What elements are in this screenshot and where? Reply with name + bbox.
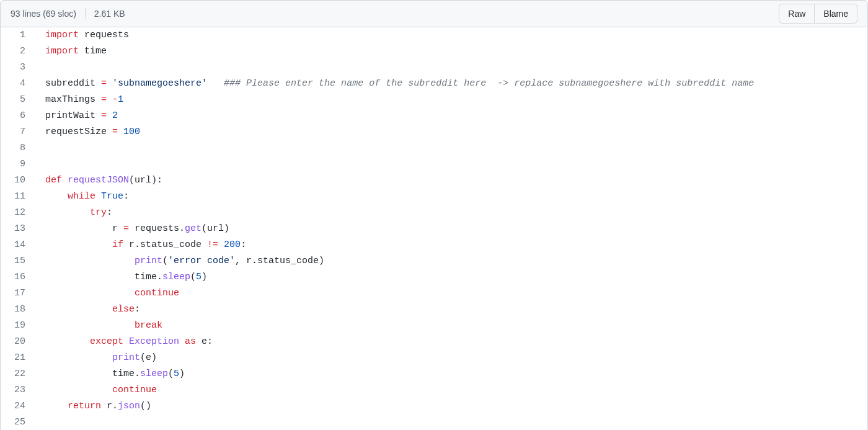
code-line[interactable]: 7requestSize = 100	[1, 124, 867, 140]
code-line[interactable]: 18 else:	[1, 302, 867, 318]
token-fn: sleep	[162, 272, 190, 282]
code-content[interactable]: else:	[35, 302, 867, 318]
code-line[interactable]: 4subreddit = 'subnamegoeshere' ### Pleas…	[1, 76, 867, 92]
code-line[interactable]: 14 if r.status_code != 200:	[1, 237, 867, 253]
code-line[interactable]: 19 break	[1, 318, 867, 334]
code-line[interactable]: 5maxThings = -1	[1, 92, 867, 108]
line-number[interactable]: 7	[1, 124, 35, 140]
line-number[interactable]: 19	[1, 318, 35, 334]
token-op: !=	[207, 240, 218, 250]
token-txt: e:	[196, 336, 213, 347]
code-content[interactable]: continue	[35, 382, 867, 398]
code-content[interactable]: import time	[35, 43, 867, 60]
code-content[interactable]: print(e)	[35, 350, 867, 366]
token-kw: import	[45, 46, 79, 56]
line-number[interactable]: 24	[1, 398, 35, 414]
token-num: 5	[174, 369, 179, 379]
code-line[interactable]: 13 r = requests.get(url)	[1, 221, 867, 237]
code-line[interactable]: 24 return r.json()	[1, 398, 867, 414]
token-kw: return	[68, 401, 101, 411]
token-txt: :	[241, 240, 246, 250]
code-content[interactable]	[35, 156, 867, 172]
line-number[interactable]: 14	[1, 237, 35, 253]
code-content[interactable]: time.sleep(5)	[35, 269, 867, 285]
line-number[interactable]: 13	[1, 221, 35, 237]
code-line[interactable]: 20 except Exception as e:	[1, 334, 867, 350]
code-content[interactable]: r = requests.get(url)	[35, 221, 867, 237]
code-line[interactable]: 17 continue	[1, 285, 867, 302]
line-number[interactable]: 4	[1, 76, 35, 92]
line-number[interactable]: 9	[1, 156, 35, 172]
button-group: Raw Blame	[779, 4, 857, 24]
code-line[interactable]: 10def requestJSON(url):	[1, 172, 867, 189]
token-num: 5	[196, 272, 202, 282]
line-number[interactable]: 22	[1, 366, 35, 382]
line-number[interactable]: 16	[1, 269, 35, 285]
code-line[interactable]: 9	[1, 156, 867, 172]
token-txt: :	[123, 191, 129, 202]
code-content[interactable]: while True:	[35, 189, 867, 205]
code-content[interactable]: print('error code', r.status_code)	[35, 253, 867, 269]
code-content[interactable]: maxThings = -1	[35, 92, 867, 108]
code-content[interactable]: requestSize = 100	[35, 124, 867, 140]
token-txt: r.status_code	[123, 240, 207, 250]
token-txt	[107, 78, 112, 89]
line-number[interactable]: 15	[1, 253, 35, 269]
code-line[interactable]: 21 print(e)	[1, 350, 867, 366]
code-line[interactable]: 8	[1, 140, 867, 156]
code-content[interactable]: return r.json()	[35, 398, 867, 414]
line-number[interactable]: 1	[1, 27, 35, 43]
line-number[interactable]: 10	[1, 172, 35, 189]
line-number[interactable]: 5	[1, 92, 35, 108]
line-number[interactable]: 21	[1, 350, 35, 366]
token-num: 100	[123, 127, 140, 137]
code-line[interactable]: 16 time.sleep(5)	[1, 269, 867, 285]
code-line[interactable]: 25	[1, 414, 867, 430]
code-line[interactable]: 2import time	[1, 43, 867, 60]
code-content[interactable]	[35, 60, 867, 76]
line-number[interactable]: 20	[1, 334, 35, 350]
code-content[interactable]: continue	[35, 285, 867, 302]
token-txt: requests.	[129, 223, 185, 234]
line-number[interactable]: 17	[1, 285, 35, 302]
token-txt	[207, 78, 224, 89]
code-line[interactable]: 23 continue	[1, 382, 867, 398]
code-content[interactable]: except Exception as e:	[35, 334, 867, 350]
token-op: -	[112, 94, 118, 105]
token-kw: as	[185, 336, 196, 347]
code-content[interactable]: break	[35, 318, 867, 334]
token-txt: , r.status_code)	[235, 256, 324, 266]
code-line[interactable]: 12 try:	[1, 205, 867, 221]
line-number[interactable]: 2	[1, 43, 35, 60]
code-content[interactable]: printWait = 2	[35, 108, 867, 124]
token-kw: continue	[135, 288, 179, 298]
line-number[interactable]: 23	[1, 382, 35, 398]
code-line[interactable]: 15 print('error code', r.status_code)	[1, 253, 867, 269]
line-number[interactable]: 3	[1, 60, 35, 76]
code-content[interactable]: def requestJSON(url):	[35, 172, 867, 189]
code-content[interactable]	[35, 414, 867, 430]
line-number[interactable]: 12	[1, 205, 35, 221]
token-txt	[62, 175, 68, 186]
blame-button[interactable]: Blame	[814, 4, 857, 24]
code-line[interactable]: 1import requests	[1, 27, 867, 43]
code-content[interactable]: import requests	[35, 27, 867, 43]
code-line[interactable]: 6printWait = 2	[1, 108, 867, 124]
token-str: 'subnamegoeshere'	[112, 78, 207, 89]
line-number[interactable]: 8	[1, 140, 35, 156]
code-line[interactable]: 3	[1, 60, 867, 76]
line-number[interactable]: 11	[1, 189, 35, 205]
code-block[interactable]: 1import requests2import time3 4subreddit…	[0, 27, 868, 430]
code-line[interactable]: 11 while True:	[1, 189, 867, 205]
line-number[interactable]: 18	[1, 302, 35, 318]
code-content[interactable]	[35, 140, 867, 156]
token-txt	[45, 207, 90, 218]
code-content[interactable]: time.sleep(5)	[35, 366, 867, 382]
line-number[interactable]: 6	[1, 108, 35, 124]
code-line[interactable]: 22 time.sleep(5)	[1, 366, 867, 382]
code-content[interactable]: try:	[35, 205, 867, 221]
raw-button[interactable]: Raw	[779, 4, 815, 24]
code-content[interactable]: subreddit = 'subnamegoeshere' ### Please…	[35, 76, 867, 92]
line-number[interactable]: 25	[1, 414, 35, 430]
code-content[interactable]: if r.status_code != 200:	[35, 237, 867, 253]
